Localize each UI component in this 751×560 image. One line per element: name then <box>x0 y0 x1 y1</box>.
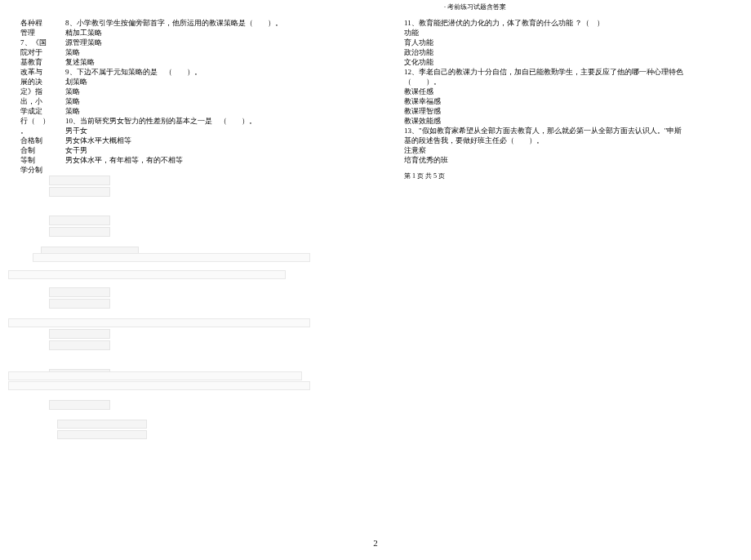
option-row: 出，小策略 <box>20 96 371 106</box>
option: 育人功能 <box>404 38 731 47</box>
placeholder <box>8 270 286 279</box>
placeholder <box>8 318 310 327</box>
placeholder <box>57 430 147 439</box>
question-9-row: 改革与9、下边不属于元知策略的是 （ ）。 <box>20 67 371 77</box>
placeholder <box>49 329 110 339</box>
option-row: 院对于策略 <box>20 47 371 57</box>
content: 男女体水平大概相等 <box>65 136 131 145</box>
content: 策略 <box>65 47 80 57</box>
placeholder <box>49 299 110 309</box>
option: 政治功能 <box>404 47 731 57</box>
placeholder-boxes <box>20 176 347 256</box>
option-row: 等制男女体水平，有年相等，有的不相等 <box>20 155 371 165</box>
label: 展的决 <box>20 77 65 87</box>
label: 合制 <box>20 145 65 155</box>
page-number: 2 <box>373 538 378 548</box>
question-11: 11、教育能把潜伏的力化的力，体了教育的什么功能 ？（ ） <box>404 18 731 28</box>
placeholder <box>8 371 302 380</box>
option: 注意察 <box>404 145 731 155</box>
content: 9、下边不属于元知策略的是 （ ）。 <box>65 67 202 77</box>
placeholder <box>57 420 147 429</box>
label: 基教育 <box>20 57 65 67</box>
header-title: · 考前练习试题含答案 <box>444 2 506 11</box>
label: 定》指 <box>20 87 65 96</box>
option-row: 展的决划策略 <box>20 77 371 87</box>
content: 精加工策略 <box>65 28 102 38</box>
label: 7、《国 <box>20 38 65 47</box>
page-indicator: 第 1 页 共 5 页 <box>404 171 445 180</box>
option: 教课幸福感 <box>404 96 731 106</box>
placeholder <box>49 340 110 350</box>
left-column: 各种程8、小学教引学生按偏旁部首字，他所运用的教课策略是（ ）。 管理精加工策略… <box>20 18 371 175</box>
label: 改革与 <box>20 67 65 77</box>
content: 源管理策略 <box>65 38 102 47</box>
question-10-row: 行（ ）10、当前研究男女智力的性差别的基本之一是 （ ）。 <box>20 116 371 126</box>
label: 管理 <box>20 28 65 38</box>
label: 。 <box>20 126 65 136</box>
question-12: 12、李老自己的教课力十分自信，加自已能教勤学生，主要反应了他的哪一种心理特色 <box>404 67 731 77</box>
content: 复述策略 <box>65 57 95 67</box>
content: 策略 <box>65 106 80 116</box>
placeholder <box>49 187 110 197</box>
placeholder-boxes <box>20 371 347 439</box>
placeholder <box>49 176 110 185</box>
content: 男干女 <box>65 126 87 136</box>
placeholder <box>49 400 110 410</box>
option: 功能 <box>404 28 731 38</box>
option-row: 基教育复述策略 <box>20 57 371 67</box>
option: 教课理智感 <box>404 106 731 116</box>
placeholder-boxes <box>20 253 347 379</box>
question-8-row: 各种程8、小学教引学生按偏旁部首字，他所运用的教课策略是（ ）。 <box>20 18 371 28</box>
content: 划策略 <box>65 77 87 87</box>
option: 文化功能 <box>404 57 731 67</box>
content: 策略 <box>65 96 80 106</box>
placeholder <box>49 287 110 297</box>
option-row: 合格制男女体水平大概相等 <box>20 136 371 145</box>
label: 学成定 <box>20 106 65 116</box>
right-column: 11、教育能把潜伏的力化的力，体了教育的什么功能 ？（ ） 功能 育人功能 政治… <box>404 18 731 165</box>
content: 女干男 <box>65 145 87 155</box>
placeholder <box>49 227 110 237</box>
content: 8、小学教引学生按偏旁部首字，他所运用的教课策略是（ ）。 <box>65 18 282 28</box>
label: 出，小 <box>20 96 65 106</box>
label: 行（ ） <box>20 116 65 126</box>
question-13: 13、"假如教育家希望从全部方面去教育人，那么就必第一从全部方面去认识人。"申斯 <box>404 126 731 136</box>
option-row: 合制女干男 <box>20 145 371 155</box>
content: 10、当前研究男女智力的性差别的基本之一是 （ ）。 <box>65 116 256 126</box>
option-row: 学成定策略 <box>20 106 371 116</box>
label: 各种程 <box>20 18 65 28</box>
option-row: 7、《国源管理策略 <box>20 38 371 47</box>
option-row: 学分制 <box>20 165 371 175</box>
option: 教课效能感 <box>404 116 731 126</box>
option: 教课任感 <box>404 87 731 96</box>
label: 合格制 <box>20 136 65 145</box>
placeholder <box>33 253 310 262</box>
content: 策略 <box>65 87 80 96</box>
placeholder <box>8 381 310 390</box>
option-row: 。男干女 <box>20 126 371 136</box>
option-row: 管理精加工策略 <box>20 28 371 38</box>
option-row: 定》指策略 <box>20 87 371 96</box>
question-12-cont: （ ）。 <box>404 77 731 87</box>
label: 等制 <box>20 155 65 165</box>
label: 院对于 <box>20 47 65 57</box>
option: 培育优秀的班 <box>404 155 731 165</box>
question-13-cont: 基的段述告我，要做好班主任必（ ）。 <box>404 136 731 145</box>
placeholder <box>49 216 110 225</box>
content: 男女体水平，有年相等，有的不相等 <box>65 155 183 165</box>
label: 学分制 <box>20 165 65 175</box>
